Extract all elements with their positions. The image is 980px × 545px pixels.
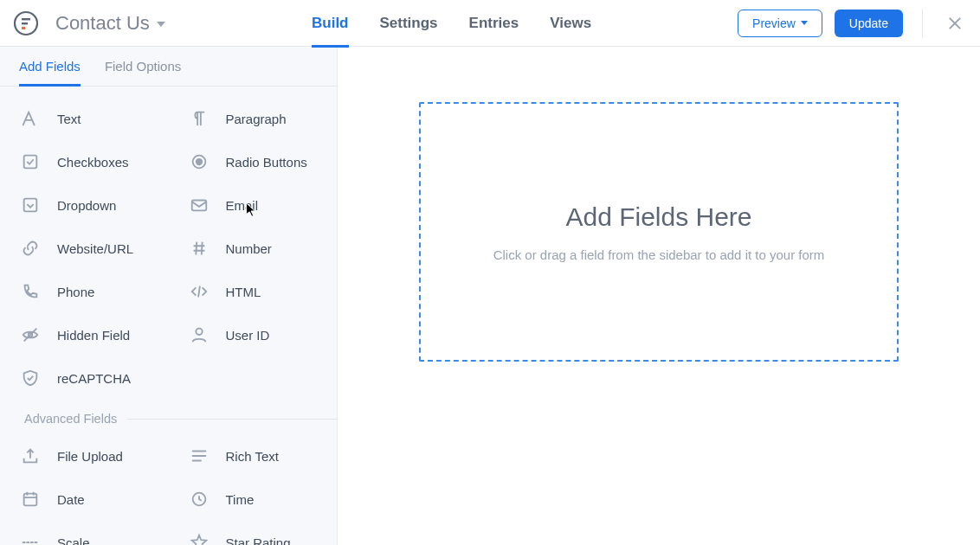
dropdown-icon bbox=[19, 194, 42, 216]
sidebar-tabs: Add Fields Field Options bbox=[0, 47, 337, 87]
field-item-recaptcha[interactable]: reCAPTCHA bbox=[0, 356, 169, 400]
radio-icon bbox=[188, 151, 210, 173]
paragraph-icon bbox=[188, 107, 210, 130]
basic-fields-grid: Text Paragraph Checkboxes bbox=[0, 97, 337, 400]
scale-icon bbox=[19, 531, 42, 545]
svg-rect-8 bbox=[191, 201, 206, 211]
field-label: Hidden Field bbox=[57, 328, 130, 343]
star-icon bbox=[188, 531, 210, 545]
vertical-divider bbox=[922, 9, 923, 38]
field-label: HTML bbox=[226, 285, 261, 299]
preview-button[interactable]: Preview bbox=[738, 10, 822, 37]
field-item-scale[interactable]: Scale bbox=[0, 521, 169, 545]
svg-rect-3 bbox=[22, 27, 25, 29]
dropzone-hint: Click or drag a field from the sidebar t… bbox=[493, 247, 825, 262]
field-item-user-id[interactable]: User ID bbox=[169, 313, 338, 356]
upload-icon bbox=[19, 445, 42, 467]
sidebar: Add Fields Field Options Text Paragraph bbox=[0, 47, 338, 545]
svg-point-6 bbox=[196, 159, 201, 164]
field-label: Rich Text bbox=[226, 449, 279, 464]
field-item-paragraph[interactable]: Paragraph bbox=[169, 97, 338, 140]
svg-rect-1 bbox=[22, 18, 30, 20]
field-label: reCAPTCHA bbox=[57, 371, 131, 386]
field-label: Dropdown bbox=[57, 198, 116, 213]
svg-rect-11 bbox=[24, 494, 37, 506]
form-title: Contact Us bbox=[55, 12, 150, 35]
field-item-email[interactable]: Email bbox=[169, 183, 338, 227]
field-item-hidden[interactable]: Hidden Field bbox=[0, 313, 169, 356]
field-label: Phone bbox=[57, 285, 94, 299]
user-icon bbox=[188, 324, 210, 346]
richtext-icon bbox=[188, 445, 210, 467]
field-item-phone[interactable]: Phone bbox=[0, 270, 169, 313]
tab-settings[interactable]: Settings bbox=[380, 0, 438, 47]
field-item-url[interactable]: Website/URL bbox=[0, 227, 169, 270]
svg-rect-2 bbox=[22, 22, 28, 24]
field-item-html[interactable]: HTML bbox=[169, 270, 338, 313]
dropzone-heading: Add Fields Here bbox=[565, 202, 751, 232]
chevron-down-icon bbox=[801, 21, 808, 25]
chevron-down-icon bbox=[157, 22, 165, 27]
close-icon[interactable] bbox=[947, 16, 963, 31]
sidebar-tab-add-fields[interactable]: Add Fields bbox=[19, 59, 81, 86]
field-item-time[interactable]: Time bbox=[169, 478, 338, 521]
shield-icon bbox=[19, 367, 42, 389]
date-icon bbox=[19, 488, 42, 510]
field-item-star-rating[interactable]: Star Rating bbox=[169, 521, 338, 545]
tab-build[interactable]: Build bbox=[312, 0, 349, 47]
header-actions: Preview Update bbox=[738, 9, 966, 38]
time-icon bbox=[188, 488, 210, 510]
hash-icon bbox=[188, 237, 210, 260]
field-label: File Upload bbox=[57, 449, 123, 464]
field-label: Time bbox=[226, 492, 255, 507]
advanced-fields-label: Advanced Fields bbox=[24, 412, 117, 426]
field-item-rich-text[interactable]: Rich Text bbox=[169, 434, 338, 478]
link-icon bbox=[19, 237, 42, 260]
app-logo-icon bbox=[12, 10, 40, 37]
field-item-number[interactable]: Number bbox=[169, 227, 338, 270]
checkbox-icon bbox=[19, 151, 42, 173]
email-icon bbox=[188, 194, 210, 216]
svg-rect-4 bbox=[24, 156, 37, 169]
dropzone[interactable]: Add Fields Here Click or drag a field fr… bbox=[419, 102, 899, 362]
html-icon bbox=[188, 280, 210, 303]
field-item-text[interactable]: Text bbox=[0, 97, 169, 140]
field-label: Scale bbox=[57, 535, 90, 546]
field-label: Checkboxes bbox=[57, 155, 129, 170]
field-label: Paragraph bbox=[226, 112, 287, 126]
field-label: Text bbox=[57, 112, 81, 126]
tab-views[interactable]: Views bbox=[550, 0, 591, 47]
hidden-icon bbox=[19, 324, 42, 346]
top-header: Contact Us Build Settings Entries Views … bbox=[0, 0, 980, 47]
phone-icon bbox=[19, 280, 42, 303]
field-label: Number bbox=[226, 241, 272, 256]
field-item-radio[interactable]: Radio Buttons bbox=[169, 140, 338, 183]
field-label: Star Rating bbox=[226, 535, 291, 546]
text-icon bbox=[19, 107, 42, 130]
preview-button-label: Preview bbox=[752, 16, 796, 30]
update-button[interactable]: Update bbox=[835, 10, 903, 37]
field-label: Website/URL bbox=[57, 241, 133, 256]
svg-rect-7 bbox=[24, 199, 37, 212]
advanced-fields-heading: Advanced Fields bbox=[0, 400, 337, 434]
form-canvas: Add Fields Here Click or drag a field fr… bbox=[338, 47, 980, 545]
field-item-checkboxes[interactable]: Checkboxes bbox=[0, 140, 169, 183]
field-label: Radio Buttons bbox=[226, 155, 307, 170]
field-item-file-upload[interactable]: File Upload bbox=[0, 434, 169, 478]
main-tabs: Build Settings Entries Views bbox=[312, 0, 591, 47]
field-item-dropdown[interactable]: Dropdown bbox=[0, 183, 169, 227]
tab-entries[interactable]: Entries bbox=[469, 0, 519, 47]
form-title-dropdown[interactable]: Contact Us bbox=[55, 12, 165, 35]
update-button-label: Update bbox=[849, 16, 888, 30]
sidebar-tab-field-options[interactable]: Field Options bbox=[105, 59, 181, 86]
field-label: User ID bbox=[226, 328, 270, 343]
field-label: Email bbox=[226, 198, 259, 213]
field-item-date[interactable]: Date bbox=[0, 478, 169, 521]
field-label: Date bbox=[57, 492, 85, 507]
advanced-fields-grid: File Upload Rich Text Date bbox=[0, 434, 337, 545]
svg-point-10 bbox=[196, 329, 202, 335]
